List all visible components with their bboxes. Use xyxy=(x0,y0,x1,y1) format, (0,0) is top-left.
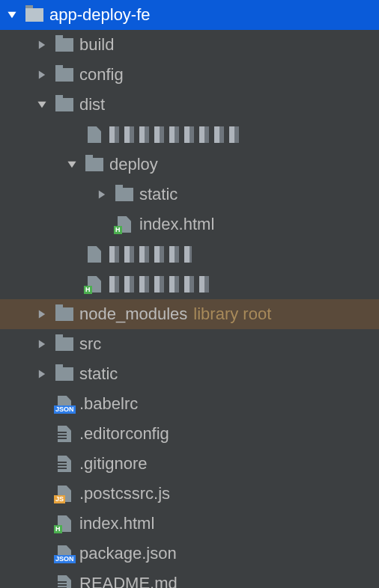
obscured-label xyxy=(109,126,244,143)
folder-icon xyxy=(55,37,73,53)
tree-item-postcssrc[interactable]: JS .postcssrc.js xyxy=(0,479,379,509)
tree-item-deploy-index[interactable]: H index.html xyxy=(0,209,379,239)
tree-item-node-modules[interactable]: node_modules library root xyxy=(0,299,379,329)
json-file-icon: JSON xyxy=(55,545,73,562)
tree-item-label: src xyxy=(79,334,101,354)
tree-item-static[interactable]: static xyxy=(0,359,379,389)
project-tree[interactable]: app-deploy-fe build config dist xyxy=(0,0,379,588)
obscured-label xyxy=(109,276,214,293)
obscured-label xyxy=(109,246,192,263)
library-root-suffix: library root xyxy=(193,304,271,324)
chevron-right-icon[interactable] xyxy=(34,337,49,352)
svg-marker-8 xyxy=(39,370,45,378)
tree-item-index-html[interactable]: H index.html xyxy=(0,509,379,539)
file-icon xyxy=(85,126,103,143)
tree-item-dist[interactable]: dist xyxy=(0,90,379,120)
tree-item-label: node_modules xyxy=(79,304,187,324)
chevron-down-icon[interactable] xyxy=(4,7,19,22)
tree-item-label: build xyxy=(79,35,114,55)
tree-item-label: deploy xyxy=(109,155,158,174)
tree-item-babelrc[interactable]: JSON .babelrc xyxy=(0,389,379,419)
tree-item-editorconfig[interactable]: .editorconfig xyxy=(0,419,379,449)
tree-item-label: app-deploy-fe xyxy=(49,5,151,25)
chevron-right-icon[interactable] xyxy=(34,67,49,82)
tree-item-gitignore[interactable]: .gitignore xyxy=(0,449,379,479)
tree-item-obscured[interactable] xyxy=(0,239,379,269)
file-icon: H xyxy=(85,276,103,293)
svg-marker-1 xyxy=(39,40,45,49)
js-file-icon: JS xyxy=(55,486,73,502)
tree-item-deploy[interactable]: deploy xyxy=(0,150,379,180)
chevron-down-icon[interactable] xyxy=(64,157,79,172)
tree-item-label: dist xyxy=(79,95,105,114)
folder-icon xyxy=(55,306,73,322)
tree-item-package-json[interactable]: JSON package.json xyxy=(0,539,379,569)
svg-marker-6 xyxy=(39,310,45,318)
tree-item-label: config xyxy=(79,65,124,85)
tree-item-label: .babelrc xyxy=(79,394,138,414)
tree-item-label: index.html xyxy=(139,215,214,234)
tree-item-deploy-static[interactable]: static xyxy=(0,180,379,209)
chevron-right-icon[interactable] xyxy=(34,307,49,322)
tree-item-label: static xyxy=(79,364,118,384)
tree-item-src[interactable]: src xyxy=(0,329,379,359)
chevron-right-icon[interactable] xyxy=(34,37,49,52)
folder-icon xyxy=(25,7,43,23)
tree-item-obscured[interactable]: H xyxy=(0,269,379,299)
tree-item-readme[interactable]: README.md xyxy=(0,569,379,588)
svg-marker-2 xyxy=(39,70,45,79)
tree-item-label: .gitignore xyxy=(79,454,148,474)
svg-marker-5 xyxy=(99,190,105,198)
folder-icon xyxy=(115,186,133,203)
tree-item-label: README.md xyxy=(79,574,178,588)
text-file-icon xyxy=(55,426,73,442)
file-icon xyxy=(85,246,103,263)
svg-marker-3 xyxy=(37,102,46,108)
tree-item-config[interactable]: config xyxy=(0,60,379,90)
tree-item-label: .editorconfig xyxy=(79,424,169,444)
svg-marker-0 xyxy=(7,12,16,18)
json-file-icon: JSON xyxy=(55,396,73,412)
chevron-right-icon[interactable] xyxy=(34,367,49,382)
chevron-down-icon[interactable] xyxy=(34,97,49,112)
tree-item-obscured[interactable] xyxy=(0,120,379,150)
folder-icon xyxy=(55,366,73,382)
tree-item-build[interactable]: build xyxy=(0,30,379,60)
folder-icon xyxy=(85,156,103,173)
folder-icon xyxy=(55,67,73,83)
chevron-right-icon[interactable] xyxy=(94,187,109,202)
svg-marker-4 xyxy=(67,162,76,168)
text-file-icon xyxy=(55,575,73,588)
tree-item-label: package.json xyxy=(79,544,177,563)
html-file-icon: H xyxy=(55,515,73,532)
svg-marker-7 xyxy=(39,340,45,348)
text-file-icon xyxy=(55,456,73,472)
tree-item-label: static xyxy=(139,185,178,204)
folder-icon xyxy=(55,336,73,352)
html-file-icon: H xyxy=(115,216,133,233)
folder-icon xyxy=(55,97,73,113)
tree-item-root[interactable]: app-deploy-fe xyxy=(0,0,379,30)
tree-item-label: .postcssrc.js xyxy=(79,484,170,503)
tree-item-label: index.html xyxy=(79,514,154,533)
